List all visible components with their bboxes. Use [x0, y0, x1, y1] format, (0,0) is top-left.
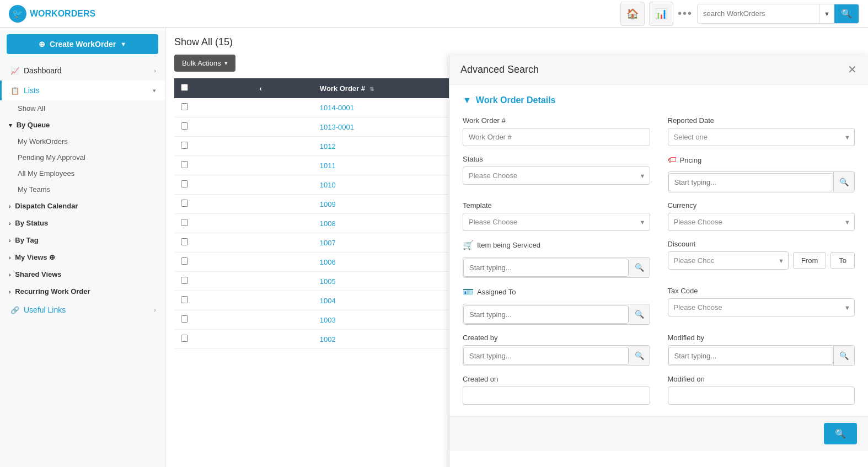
status-select[interactable]: Please Choose [463, 167, 650, 185]
useful-links-icon: 🔗 [10, 306, 19, 314]
row-checkbox[interactable] [181, 103, 188, 110]
section-work-order-details[interactable]: ▼ Work Order Details [463, 95, 855, 105]
row-checkbox[interactable] [181, 296, 188, 303]
assigned-to-icon: 🪪 [463, 287, 474, 297]
sidebar-all-employees[interactable]: All My Employees [0, 165, 165, 181]
workorder-link[interactable]: 1014-0001 [320, 104, 354, 112]
pricing-label-text: Pricing [680, 156, 702, 164]
row-checkbox[interactable] [181, 219, 188, 226]
created-by-search-button[interactable]: 🔍 [629, 346, 650, 366]
work-order-num-input[interactable] [463, 128, 650, 146]
sidebar-by-status[interactable]: › By Status [0, 214, 165, 232]
field-discount: Discount Please Choc ▼ From To [668, 240, 855, 278]
workorder-link[interactable]: 1008 [320, 219, 336, 228]
created-by-input[interactable] [463, 347, 629, 365]
sidebar-recurring-workorder[interactable]: › Recurring Work Order [0, 283, 165, 300]
row-checkbox[interactable] [181, 277, 188, 284]
sidebar-item-dashboard[interactable]: 📈 Dashboard › [0, 61, 165, 80]
pricing-input[interactable] [668, 173, 834, 191]
advanced-search-close-button[interactable]: ✕ [848, 63, 857, 76]
create-workorder-button[interactable]: ⊕ Create WorkOrder ▼ [7, 34, 158, 54]
created-by-label: Created by [463, 334, 650, 342]
sidebar-item-lists[interactable]: 📋 Lists ▾ [0, 80, 165, 100]
pricing-search-button[interactable]: 🔍 [833, 172, 854, 192]
row-checkbox[interactable] [181, 200, 188, 207]
create-plus-icon: ⊕ [39, 40, 45, 49]
template-select-wrapper: Please Choose ▼ [463, 213, 650, 231]
advanced-search-panel: Advanced Search ✕ ▼ Work Order Details W… [449, 55, 868, 467]
modified-on-input[interactable] [668, 387, 855, 405]
more-options-icon[interactable]: ••• [678, 7, 693, 20]
app-logo: 🐦 WORKORDERS [9, 5, 614, 23]
created-on-input[interactable] [463, 387, 650, 405]
sidebar-my-workorders[interactable]: My WorkOrders [0, 133, 165, 149]
content-title: Show All (15) [174, 36, 859, 48]
workorder-link[interactable]: 1007 [320, 239, 336, 247]
sidebar-by-queue[interactable]: ▾ By Queue [0, 116, 165, 133]
workorder-link[interactable]: 1006 [320, 258, 336, 266]
workorder-link[interactable]: 1013-0001 [320, 123, 354, 131]
workorder-link[interactable]: 1002 [320, 335, 336, 343]
field-currency: Currency Please Choose ▼ [668, 201, 855, 231]
discount-from-button[interactable]: From [793, 252, 826, 269]
bulk-actions-button[interactable]: Bulk Actions ▾ [174, 55, 235, 72]
modified-by-search-button[interactable]: 🔍 [833, 346, 854, 366]
search-bar: ▼ 🔍 [697, 4, 859, 24]
by-tag-icon: › [9, 237, 11, 244]
cart-icon: 🛒 [463, 240, 474, 250]
sidebar-dashboard-label: Dashboard [24, 66, 149, 75]
row-checkbox[interactable] [181, 315, 188, 323]
discount-to-button[interactable]: To [831, 252, 855, 269]
workorder-link[interactable]: 1009 [320, 200, 336, 208]
workorder-link[interactable]: 1003 [320, 316, 336, 324]
search-dropdown-button[interactable]: ▼ [819, 4, 834, 23]
row-checkbox[interactable] [181, 257, 188, 265]
recurring-icon: › [9, 288, 11, 295]
search-submit-icon[interactable]: 🔍 [834, 4, 859, 23]
template-select[interactable]: Please Choose [463, 213, 650, 231]
row-checkbox[interactable] [181, 122, 188, 130]
currency-select[interactable]: Please Choose [668, 213, 855, 231]
sidebar-by-tag[interactable]: › By Tag [0, 232, 165, 249]
logo-icon: 🐦 [9, 5, 26, 23]
advanced-search-title: Advanced Search [460, 64, 539, 76]
sidebar-my-views[interactable]: › My Views ⊕ [0, 249, 165, 266]
status-label: Status [463, 155, 650, 163]
lists-icon: 📋 [10, 87, 19, 95]
assigned-to-input[interactable] [463, 305, 629, 324]
create-workorder-label: Create WorkOrder [50, 40, 116, 49]
row-checkbox[interactable] [181, 335, 188, 342]
reported-date-select[interactable]: Select one [668, 128, 855, 146]
sidebar-my-teams[interactable]: My Teams [0, 181, 165, 197]
tax-code-select[interactable]: Please Choose [668, 298, 855, 316]
home-button[interactable]: 🏠 [620, 2, 645, 26]
advanced-search-submit-button[interactable]: 🔍 [824, 423, 857, 444]
row-checkbox[interactable] [181, 142, 188, 149]
item-serviced-input[interactable] [463, 259, 629, 277]
workorder-link[interactable]: 1010 [320, 181, 336, 189]
row-checkbox[interactable] [181, 161, 188, 168]
workorder-link[interactable]: 1005 [320, 277, 336, 286]
sidebar-useful-links[interactable]: 🔗 Useful Links › [0, 300, 165, 320]
row-checkbox[interactable] [181, 238, 188, 245]
sidebar-dispatch-calendar[interactable]: › Dispatch Calendar [0, 197, 165, 214]
discount-select[interactable]: Please Choc [668, 251, 789, 270]
modified-by-input[interactable] [668, 347, 834, 365]
assigned-to-search-button[interactable]: 🔍 [629, 304, 650, 324]
field-status: Status Please Choose ▼ [463, 155, 650, 192]
search-input[interactable] [698, 9, 819, 18]
item-serviced-search-wrap: 🔍 [463, 257, 650, 278]
select-all-checkbox[interactable] [181, 84, 188, 91]
assigned-to-search-wrap: 🔍 [463, 304, 650, 325]
item-serviced-search-button[interactable]: 🔍 [629, 257, 650, 277]
chart-button[interactable]: 📊 [649, 2, 673, 26]
sidebar-shared-views[interactable]: › Shared Views [0, 266, 165, 283]
row-checkbox[interactable] [181, 180, 188, 187]
workorder-link[interactable]: 1011 [320, 162, 336, 170]
currency-label: Currency [668, 201, 855, 210]
back-icon[interactable]: ‹ [260, 84, 262, 93]
sidebar-show-all[interactable]: Show All [0, 100, 165, 116]
workorder-link[interactable]: 1012 [320, 142, 336, 151]
sidebar-pending-approval[interactable]: Pending My Approval [0, 149, 165, 165]
workorder-link[interactable]: 1004 [320, 297, 336, 305]
